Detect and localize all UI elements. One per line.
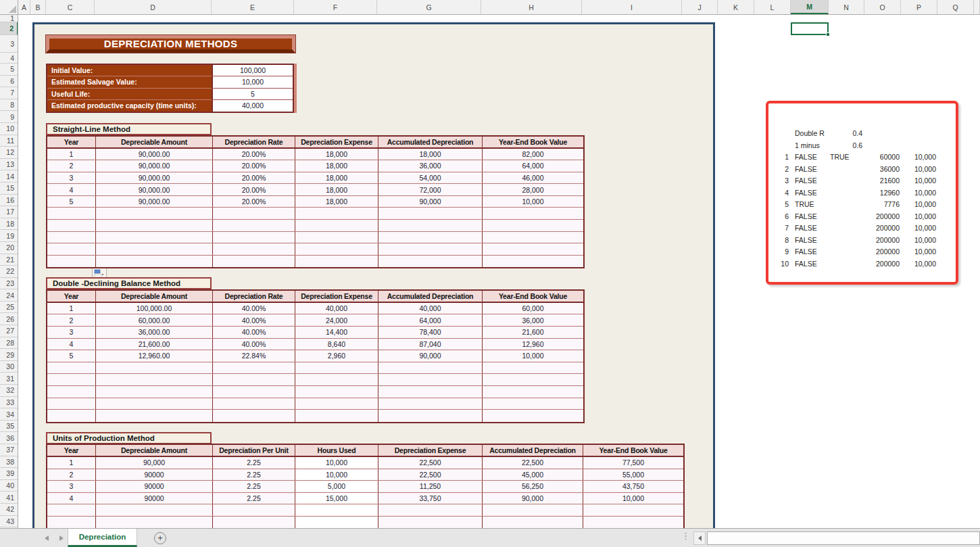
- scratch-cell[interactable]: 1: [768, 151, 789, 164]
- table-cell[interactable]: [213, 386, 295, 398]
- table-cell[interactable]: 22,500: [483, 457, 583, 469]
- table-cell[interactable]: 18,000: [295, 149, 378, 160]
- scratch-cell[interactable]: [830, 211, 862, 223]
- table-header-cell[interactable]: Year-End Book Value: [483, 291, 583, 302]
- table-cell[interactable]: 20.00%: [213, 184, 295, 195]
- table-cell[interactable]: 55,000: [583, 469, 683, 481]
- add-sheet-button[interactable]: +: [154, 532, 166, 544]
- table-cell[interactable]: [378, 504, 483, 516]
- table-cell[interactable]: 2: [47, 469, 96, 481]
- table-cell[interactable]: [295, 386, 378, 398]
- tab-nav-right-icon[interactable]: [59, 536, 64, 541]
- table-cell[interactable]: 64,000: [378, 314, 483, 326]
- table-cell[interactable]: [213, 410, 295, 422]
- tab-nav-left-icon[interactable]: [45, 536, 49, 541]
- row-header-36[interactable]: 36: [0, 432, 18, 444]
- input-label-cell[interactable]: Estimated Salvage Value:: [47, 76, 212, 88]
- row-header-39[interactable]: 39: [0, 468, 18, 480]
- scratch-cell[interactable]: 60000: [862, 151, 900, 164]
- table-cell[interactable]: [96, 256, 213, 268]
- table-cell[interactable]: 2.25: [213, 493, 295, 504]
- row-header-33[interactable]: 33: [0, 397, 18, 409]
- table-cell[interactable]: [295, 220, 378, 231]
- table-cell[interactable]: [213, 517, 295, 528]
- scratch-cell[interactable]: [830, 175, 862, 187]
- scratch-cell[interactable]: [830, 199, 862, 211]
- table-cell[interactable]: [213, 374, 295, 385]
- table-cell[interactable]: 22.84%: [213, 350, 295, 362]
- table-cell[interactable]: 36,000: [378, 160, 483, 172]
- input-label-cell[interactable]: Initial Value:: [47, 65, 212, 76]
- table-cell[interactable]: 72,000: [378, 184, 483, 195]
- scratch-cell[interactable]: [830, 258, 862, 270]
- row-header-37[interactable]: 37: [0, 444, 18, 456]
- input-value-cell[interactable]: 40,000: [212, 100, 293, 112]
- table-header-cell[interactable]: Depreciation Rate: [213, 291, 295, 302]
- table-cell[interactable]: [295, 398, 378, 410]
- table-cell[interactable]: 21,600.00: [96, 339, 213, 350]
- table-cell[interactable]: [483, 243, 583, 255]
- scratch-cell[interactable]: 6: [768, 211, 789, 223]
- table-cell[interactable]: 4: [47, 184, 96, 195]
- table-cell[interactable]: [295, 517, 378, 528]
- table-header-cell[interactable]: Depreciation Expense: [295, 291, 378, 302]
- column-header-D[interactable]: D: [95, 0, 212, 14]
- table-cell[interactable]: [213, 220, 295, 231]
- table-cell[interactable]: 1: [47, 457, 96, 469]
- table-cell[interactable]: [483, 208, 583, 219]
- table-cell[interactable]: 90,000.00: [96, 160, 213, 172]
- table-cell[interactable]: [378, 374, 483, 385]
- table-cell[interactable]: [378, 243, 483, 255]
- table-cell[interactable]: 20.00%: [213, 160, 295, 172]
- table-cell[interactable]: 22,500: [378, 457, 483, 469]
- table-cell[interactable]: 90,000: [96, 457, 213, 469]
- table-cell[interactable]: 2: [47, 314, 96, 326]
- select-all-corner[interactable]: [0, 0, 18, 15]
- scratch-cell[interactable]: 9: [768, 246, 789, 258]
- scratch-cell[interactable]: 8: [768, 235, 789, 247]
- table-cell[interactable]: [213, 398, 295, 410]
- table-cell[interactable]: 60,000.00: [96, 314, 213, 326]
- row-header-1[interactable]: 1: [0, 15, 18, 22]
- table-cell[interactable]: 22,500: [378, 469, 483, 481]
- scratch-cell[interactable]: 36000: [862, 164, 900, 176]
- scratch-cell[interactable]: 10,000: [900, 175, 936, 187]
- table-cell[interactable]: [96, 243, 213, 255]
- table-cell[interactable]: [96, 208, 213, 219]
- input-label-cell[interactable]: Useful Life:: [47, 89, 212, 100]
- table-header-cell[interactable]: Depreciable Amount: [96, 137, 213, 147]
- table-cell[interactable]: [47, 362, 96, 374]
- scratch-cell[interactable]: [830, 187, 862, 199]
- row-header-4[interactable]: 4: [0, 53, 18, 64]
- input-value-cell[interactable]: 10,000: [212, 76, 293, 88]
- scratch-cell[interactable]: 5: [768, 199, 789, 211]
- column-header-O[interactable]: O: [864, 0, 901, 14]
- table-cell[interactable]: [47, 256, 96, 268]
- table-cell[interactable]: [378, 256, 483, 268]
- row-header-3[interactable]: 3: [0, 35, 18, 53]
- input-label-cell[interactable]: Estimated productive capacity (time unit…: [47, 100, 212, 112]
- table-cell[interactable]: 100,000.00: [96, 303, 213, 314]
- scratch-cell[interactable]: [830, 235, 862, 247]
- table-cell[interactable]: 18,000: [295, 172, 378, 184]
- scratch-cell[interactable]: FALSE: [795, 235, 830, 247]
- column-header-N[interactable]: N: [829, 0, 864, 14]
- table-cell[interactable]: 21,600: [483, 327, 583, 338]
- table-cell[interactable]: 40,000: [295, 303, 378, 314]
- column-header-B[interactable]: B: [30, 0, 46, 14]
- row-header-13[interactable]: 13: [0, 159, 18, 171]
- scratch-cell[interactable]: 200000: [862, 222, 900, 235]
- table-cell[interactable]: 5: [47, 350, 96, 362]
- table-header-cell[interactable]: Depreciable Amount: [96, 291, 213, 302]
- table-cell[interactable]: [47, 220, 96, 231]
- table-title-double-declining[interactable]: Double -Declining Balance Method: [46, 277, 212, 289]
- input-value-cell[interactable]: 100,000: [212, 65, 293, 76]
- scratch-cell[interactable]: 10,000: [900, 211, 936, 223]
- row-header-21[interactable]: 21: [0, 254, 18, 266]
- table-cell[interactable]: [295, 243, 378, 255]
- table-cell[interactable]: 20.00%: [213, 196, 295, 208]
- table-cell[interactable]: [96, 517, 213, 528]
- column-header-A[interactable]: A: [18, 0, 30, 14]
- table-cell[interactable]: 1: [47, 149, 96, 160]
- row-header-19[interactable]: 19: [0, 230, 18, 242]
